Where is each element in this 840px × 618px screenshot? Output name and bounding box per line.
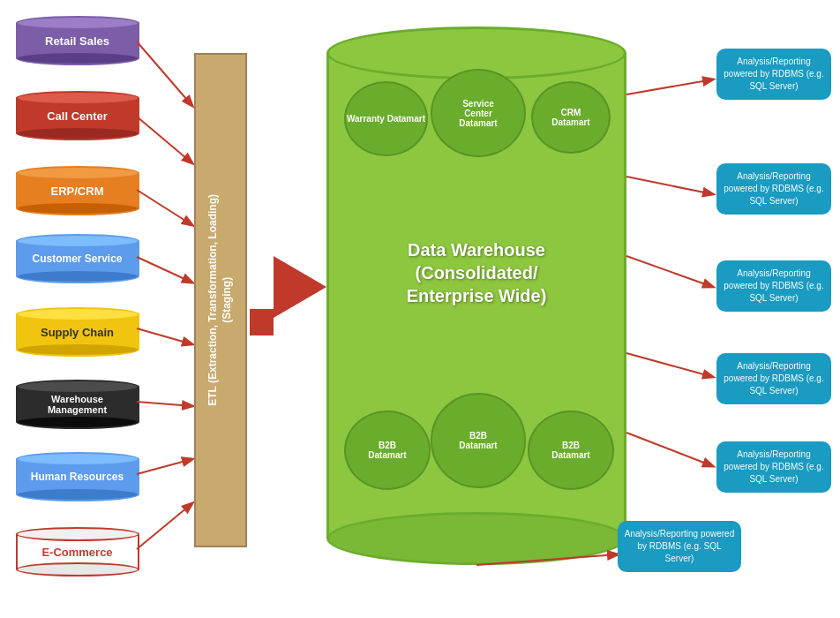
warehouse-label: Data Warehouse(Consolidated/Enterprise W…	[326, 238, 626, 307]
source-retail-label: Retail Sales	[45, 34, 109, 48]
datamart-warranty: Warranty Datamart	[344, 81, 428, 156]
warehouse-bottom	[326, 512, 626, 565]
datamart-b2b-3: B2BDatamart	[528, 411, 614, 490]
source-ecommerce-label: E-Commerce	[41, 546, 112, 559]
svg-line-10	[626, 177, 713, 194]
source-supply: Supply Chain	[9, 307, 146, 357]
source-customer-label: Customer Service	[32, 252, 122, 265]
svg-marker-8	[250, 256, 326, 335]
data-warehouse: Warranty Datamart ServiceCenterDatamart …	[326, 26, 626, 565]
analysis-box-2: Analysis/Reporting powered by RDBMS (e.g…	[716, 163, 831, 215]
svg-line-13	[626, 433, 713, 466]
source-warehouse-label: Warehouse Management	[21, 394, 134, 415]
datamart-servicecenter: ServiceCenterDatamart	[431, 69, 526, 157]
source-callcenter-label: Call Center	[47, 109, 108, 123]
svg-line-12	[626, 353, 713, 377]
datamart-b2b-2: B2BDatamart	[431, 393, 526, 488]
source-ecommerce: E-Commerce	[9, 527, 146, 577]
datamart-crm: CRMDatamart	[531, 81, 611, 154]
diagram: Retail Sales Call Center ERP/CRM Custome…	[0, 0, 840, 618]
source-customer: Customer Service	[9, 234, 146, 283]
source-erp-label: ERP/CRM	[51, 185, 104, 198]
source-human: Human Resources	[9, 452, 146, 501]
analysis-box-3: Analysis/Reporting powered by RDBMS (e.g…	[716, 260, 831, 312]
source-callcenter: Call Center	[9, 91, 146, 140]
source-supply-label: Supply Chain	[41, 326, 114, 339]
analysis-box-5: Analysis/Reporting powered by RDBMS (e.g…	[716, 441, 831, 493]
svg-line-11	[626, 256, 713, 287]
etl-box: ETL (Extraction, Transformation, Loading…	[194, 53, 247, 547]
analysis-box-4: Analysis/Reporting powered by RDBMS (e.g…	[716, 353, 831, 404]
datamart-b2b-1: B2BDatamart	[344, 411, 431, 490]
etl-label: ETL (Extraction, Transformation, Loading…	[206, 194, 234, 406]
svg-line-9	[626, 79, 713, 94]
analysis-box-6: Analysis/Reporting powered by RDBMS (e.g…	[618, 521, 741, 572]
analysis-box-1: Analysis/Reporting powered by RDBMS (e.g…	[716, 49, 831, 100]
source-warehouse: Warehouse Management	[9, 380, 146, 429]
source-erp: ERP/CRM	[9, 166, 146, 215]
source-retail: Retail Sales	[9, 16, 146, 65]
source-human-label: Human Resources	[31, 471, 124, 483]
